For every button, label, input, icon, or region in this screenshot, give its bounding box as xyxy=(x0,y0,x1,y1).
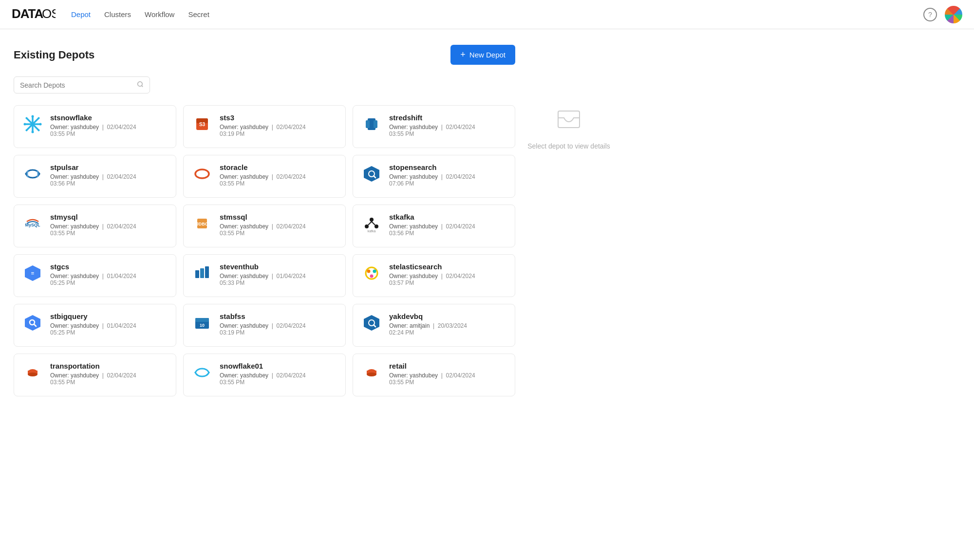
depot-meta: Owner: yashdubey | 02/04/2024 07:06 PM xyxy=(389,173,507,187)
depot-separator: | xyxy=(100,173,107,180)
depot-separator: | xyxy=(270,223,276,230)
depot-date: 02/04/2024 xyxy=(277,124,306,131)
svg-point-14 xyxy=(38,117,40,119)
depot-separator: | xyxy=(439,372,446,379)
svg-line-32 xyxy=(368,222,372,225)
depot-name: stabfss xyxy=(220,312,337,320)
svg-point-22 xyxy=(195,169,209,178)
depot-info: storacle Owner: yashdubey | 02/04/2024 0… xyxy=(220,163,337,187)
right-panel: Select depot to view details xyxy=(515,45,622,396)
depot-date: 02/04/2024 xyxy=(107,223,136,230)
navbar: DATA OS Depot Clusters Workflow Secret ? xyxy=(0,0,974,29)
depot-icon: MySQL xyxy=(22,213,43,234)
depot-separator: | xyxy=(439,273,446,280)
depot-meta: Owner: yashdubey | 02/04/2024 03:55 PM xyxy=(389,124,507,137)
search-icon xyxy=(137,81,144,89)
depot-card[interactable]: S3 sts3 Owner: yashdubey | 02/04/2024 03… xyxy=(183,105,346,148)
depot-icon xyxy=(361,113,382,135)
depot-card[interactable]: stpulsar Owner: yashdubey | 02/04/2024 0… xyxy=(14,155,176,198)
depot-meta: Owner: yashdubey | 02/04/2024 03:55 PM xyxy=(220,372,337,386)
nav-secret[interactable]: Secret xyxy=(188,8,209,20)
help-icon[interactable]: ? xyxy=(923,8,937,21)
depot-separator: | xyxy=(100,372,107,379)
new-depot-button[interactable]: + New Depot xyxy=(450,45,515,65)
depot-date: 02/04/2024 xyxy=(446,124,475,131)
depot-icon: JDBC xyxy=(191,213,213,234)
depot-name: retail xyxy=(389,362,507,370)
depot-separator: | xyxy=(270,173,276,180)
depot-card[interactable]: stbigquery Owner: yashdubey | 01/04/2024… xyxy=(14,304,176,347)
depot-card[interactable]: stsnowflake Owner: yashdubey | 02/04/202… xyxy=(14,105,176,148)
depot-name: stgcs xyxy=(50,262,168,271)
logo: DATA OS xyxy=(12,5,56,24)
depot-name: stmysql xyxy=(50,213,168,221)
depot-separator: | xyxy=(100,124,107,131)
depot-date: 02/04/2024 xyxy=(277,173,306,180)
svg-point-13 xyxy=(38,130,40,131)
svg-point-15 xyxy=(26,130,28,131)
navbar-right: ? xyxy=(923,6,962,23)
depot-info: retail Owner: yashdubey | 02/04/2024 03:… xyxy=(389,362,507,386)
depot-card[interactable]: stelasticsearch Owner: yashdubey | 02/04… xyxy=(353,254,515,297)
depot-name: stsnowflake xyxy=(50,113,168,122)
depot-icon: S3 xyxy=(191,113,213,135)
svg-rect-49 xyxy=(195,318,209,322)
depot-owner: Owner: yashdubey xyxy=(50,322,99,329)
depot-time: 03:55 PM xyxy=(220,180,244,187)
depot-icon xyxy=(191,262,213,284)
depot-separator: | xyxy=(100,223,107,230)
new-depot-label: New Depot xyxy=(469,51,506,59)
depot-info: snowflake01 Owner: yashdubey | 02/04/202… xyxy=(220,362,337,386)
depot-date: 02/04/2024 xyxy=(446,173,475,180)
svg-text:JDBC: JDBC xyxy=(196,222,208,226)
search-box xyxy=(14,76,150,93)
depot-card[interactable]: snowflake01 Owner: yashdubey | 02/04/202… xyxy=(183,354,346,396)
svg-point-12 xyxy=(26,117,28,119)
depot-name: yakdevbq xyxy=(389,312,507,320)
depot-info: stelasticsearch Owner: yashdubey | 02/04… xyxy=(389,262,507,286)
avatar[interactable] xyxy=(945,6,962,23)
depot-meta: Owner: yashdubey | 02/04/2024 03:56 PM xyxy=(389,223,507,237)
depot-card[interactable]: = stgcs Owner: yashdubey | 01/04/2024 05… xyxy=(14,254,176,297)
depot-icon xyxy=(191,362,213,383)
depot-time: 03:55 PM xyxy=(389,131,414,137)
depot-card[interactable]: stopensearch Owner: yashdubey | 02/04/20… xyxy=(353,155,515,198)
nav-clusters[interactable]: Clusters xyxy=(104,8,131,20)
depot-date: 02/04/2024 xyxy=(107,372,136,379)
depot-card[interactable]: storacle Owner: yashdubey | 02/04/2024 0… xyxy=(183,155,346,198)
depot-card[interactable]: retail Owner: yashdubey | 02/04/2024 03:… xyxy=(353,354,515,396)
depot-separator: | xyxy=(270,273,276,280)
depot-time: 03:55 PM xyxy=(50,379,75,386)
depot-date: 02/04/2024 xyxy=(446,372,475,379)
depot-time: 07:06 PM xyxy=(389,180,414,187)
depot-date: 02/04/2024 xyxy=(277,223,306,230)
nav-workflow[interactable]: Workflow xyxy=(145,8,174,20)
depot-owner: Owner: yashdubey xyxy=(50,273,99,280)
depot-icon: 10 xyxy=(191,312,213,334)
depot-time: 03:55 PM xyxy=(389,379,414,386)
depot-name: storacle xyxy=(220,163,337,171)
inbox-icon xyxy=(554,103,583,134)
depot-meta: Owner: yashdubey | 02/04/2024 03:55 PM xyxy=(50,124,168,137)
depot-card[interactable]: transportation Owner: yashdubey | 02/04/… xyxy=(14,354,176,396)
select-prompt: Select depot to view details xyxy=(527,103,610,150)
depot-card[interactable]: yakdevbq Owner: amitjain | 20/03/2024 02… xyxy=(353,304,515,347)
depot-name: stelasticsearch xyxy=(389,262,507,271)
depot-separator: | xyxy=(270,322,276,329)
search-input[interactable] xyxy=(20,81,137,89)
depot-card[interactable]: stredshift Owner: yashdubey | 02/04/2024… xyxy=(353,105,515,148)
svg-rect-21 xyxy=(374,120,377,128)
depot-card[interactable]: kafka stkafka Owner: yashdubey | 02/04/2… xyxy=(353,205,515,247)
depot-card[interactable]: steventhub Owner: yashdubey | 01/04/2024… xyxy=(183,254,346,297)
depot-card[interactable]: MySQL stmysql Owner: yashdubey | 02/04/2… xyxy=(14,205,176,247)
nav-depot[interactable]: Depot xyxy=(71,8,91,20)
depot-name: sts3 xyxy=(220,113,337,122)
depot-icon xyxy=(191,163,213,185)
depot-info: stsnowflake Owner: yashdubey | 02/04/202… xyxy=(50,113,168,137)
depot-card[interactable]: JDBC stmssql Owner: yashdubey | 02/04/20… xyxy=(183,205,346,247)
depot-meta: Owner: yashdubey | 02/04/2024 03:55 PM xyxy=(50,372,168,386)
depot-date: 02/04/2024 xyxy=(107,124,136,131)
depot-owner: Owner: yashdubey xyxy=(389,372,438,379)
depot-time: 05:25 PM xyxy=(50,280,75,286)
depot-card[interactable]: 10 stabfss Owner: yashdubey | 02/04/2024… xyxy=(183,304,346,347)
